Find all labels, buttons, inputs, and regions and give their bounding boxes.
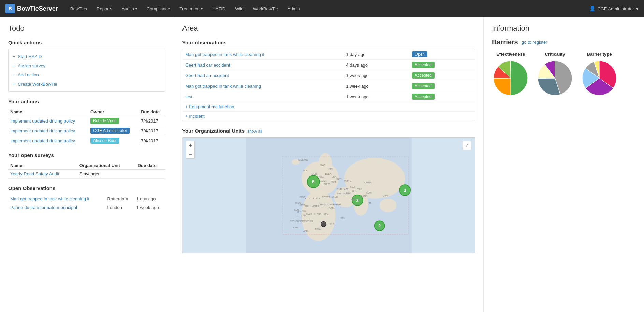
observation-link[interactable]: Man got trapped in tank while cleaning i… (10, 196, 89, 201)
table-row: Yearly Road Safety AuditStavanger (8, 170, 165, 179)
svg-text:3: 3 (404, 188, 406, 193)
svg-text:SAUD.: SAUD. (331, 196, 338, 198)
observation-link[interactable]: Panne du transformateur principal (10, 205, 77, 210)
quick-action-item[interactable]: + Create WorkBowTie (13, 80, 161, 89)
observation-link[interactable]: Man got trapped in tank while cleaning i… (185, 52, 264, 57)
nav-item-wiki[interactable]: Wiki (231, 0, 248, 17)
svg-text:EGYPT: EGYPT (322, 196, 330, 198)
chart-label: Barrier type (581, 52, 618, 57)
svg-text:LIBYA: LIBYA (313, 197, 320, 200)
svg-text:BELA.: BELA. (325, 173, 332, 175)
nav-item-dropdown-arrow: ▾ (201, 7, 203, 11)
todo-section: Todo Quick actions + Start HAZID+ Assign… (0, 17, 174, 312)
due-date: 7/4/2017 (139, 116, 165, 126)
nav-item-admin[interactable]: Admin (283, 0, 304, 17)
location: Rotterdam (105, 195, 134, 203)
svg-text:CHINA: CHINA (364, 181, 372, 184)
main-container: Todo Quick actions + Start HAZID+ Assign… (0, 17, 644, 312)
svg-text:AZE.: AZE. (344, 188, 349, 190)
quick-action-item[interactable]: + Add action (13, 70, 161, 80)
owner-badge: CGE Administrator (90, 128, 130, 134)
brand-name: BowTieServer (17, 5, 58, 12)
barriers-title: Barriers (492, 38, 518, 46)
svg-text:IRE.: IRE. (303, 169, 308, 172)
svg-point-6 (344, 158, 405, 199)
status-badge: Accepted (412, 72, 435, 79)
observation-link[interactable]: Geert had an accident (185, 73, 229, 78)
action-name-link[interactable]: Implement updated driving policy (10, 138, 75, 143)
charts-row: EffectivenessCriticalityBarrier type (492, 52, 636, 98)
observations-box: Man got trapped in tank while cleaning i… (182, 49, 475, 121)
org-units-title: Your Organizational Units (182, 128, 245, 134)
observation-link[interactable]: Geert had car accident (185, 62, 230, 68)
action-name-link[interactable]: Implement updated driving policy (10, 128, 75, 133)
svg-text:SOM.: SOM. (329, 207, 335, 209)
quick-actions-box: + Start HAZID+ Assign survey+ Add action… (8, 49, 165, 92)
area-title: Area (182, 24, 475, 33)
observation-link[interactable]: test (185, 94, 192, 99)
nav-item-hazid[interactable]: HAZID (208, 0, 230, 17)
svg-text:TAIW.: TAIW. (366, 192, 372, 194)
quick-action-item[interactable]: + Assign survey (13, 61, 161, 70)
nav-item-treatment[interactable]: Treatment▾ (175, 0, 207, 17)
table-row: Implement updated driving policyCGE Admi… (8, 126, 165, 136)
svg-text:D.R.CRWA: D.R.CRWA (302, 220, 313, 222)
todo-title: Todo (8, 24, 165, 33)
pie-chart-svg (536, 59, 574, 97)
nav-item-compliance[interactable]: Compliance (143, 0, 174, 17)
map-expand-button[interactable]: ⤢ (463, 141, 471, 150)
nav-item-audits[interactable]: Audits▾ (118, 0, 141, 17)
show-all-link[interactable]: show all (247, 129, 262, 134)
nav-item-bowties[interactable]: BowTies (66, 0, 91, 17)
svg-text:AUST.: AUST. (320, 180, 327, 182)
list-item: Geert had car accident4 days agoAccepted (182, 60, 475, 70)
owner-badge: Alex de Boer (90, 138, 119, 144)
observation-link[interactable]: Man got trapped in tank while cleaning (185, 84, 261, 89)
svg-text:BULG.: BULG. (324, 183, 331, 185)
action-name-link[interactable]: Implement updated driving policy (10, 118, 75, 124)
quick-actions-title: Quick actions (8, 40, 165, 45)
quick-action-item[interactable]: + Start HAZID (13, 52, 161, 61)
svg-point-8 (380, 199, 397, 212)
svg-text:VIET.: VIET. (383, 195, 389, 197)
map-container: + − ⤢ (182, 137, 475, 253)
time-ago: 1 week ago (343, 81, 409, 91)
svg-text:SWE.: SWE. (320, 164, 326, 166)
nav-item-reports[interactable]: Reports (92, 0, 116, 17)
svg-text:IRAN: IRAN (346, 192, 351, 194)
actions-col-header: Name (8, 108, 88, 116)
svg-text:NEPAL: NEPAL (351, 198, 358, 201)
area-section: Area Your observations Man got trapped i… (174, 17, 484, 312)
your-actions-title: Your actions (8, 99, 165, 104)
survey-name-link[interactable]: Yearly Road Safety Audit (10, 171, 59, 176)
user-icon: 👤 (589, 6, 595, 11)
status-badge: Accepted (412, 83, 435, 89)
surveys-table: NameOrganizational UnitDue dateYearly Ro… (8, 161, 165, 179)
svg-text:FR.: FR. (307, 183, 311, 185)
open-obs-table: Man got trapped in tank while cleaning i… (8, 195, 165, 212)
expand-row[interactable]: + Incident (182, 112, 475, 121)
list-item: Geert had an accident1 week agoAccepted (182, 70, 475, 81)
user-menu[interactable]: 👤 CGE Administrator ▾ (589, 6, 639, 11)
svg-text:ALG.: ALG. (305, 197, 310, 200)
svg-text:FIN.: FIN. (329, 168, 333, 170)
list-item: Man got trapped in tank while cleaning1 … (182, 81, 475, 91)
actions-col-header: Due date (139, 108, 165, 116)
svg-text:6: 6 (312, 179, 315, 184)
your-obs-title: Your observations (182, 40, 475, 45)
svg-text:INDIA: INDIA (354, 203, 361, 206)
nav-item-workbowtie[interactable]: WorkBowTie (249, 0, 282, 17)
svg-text:UKR.: UKR. (331, 175, 337, 178)
svg-text:AFG.: AFG. (352, 190, 357, 192)
map-zoom-out[interactable]: − (186, 150, 195, 159)
surveys-col-header: Organizational Unit (77, 161, 136, 170)
brand-logo[interactable]: B BowTieServer (5, 4, 58, 13)
expand-row[interactable]: + Equipment malfunction (182, 102, 475, 112)
svg-text:TANZ.: TANZ. (320, 221, 327, 224)
go-to-register-link[interactable]: go to register (522, 40, 547, 45)
chart-label: Criticality (536, 52, 574, 57)
svg-text:ZAM.: ZAM. (303, 230, 309, 232)
svg-text:NIGER: NIGER (312, 205, 319, 208)
open-obs-title: Open Observations (8, 185, 165, 191)
map-zoom-in[interactable]: + (186, 141, 195, 150)
